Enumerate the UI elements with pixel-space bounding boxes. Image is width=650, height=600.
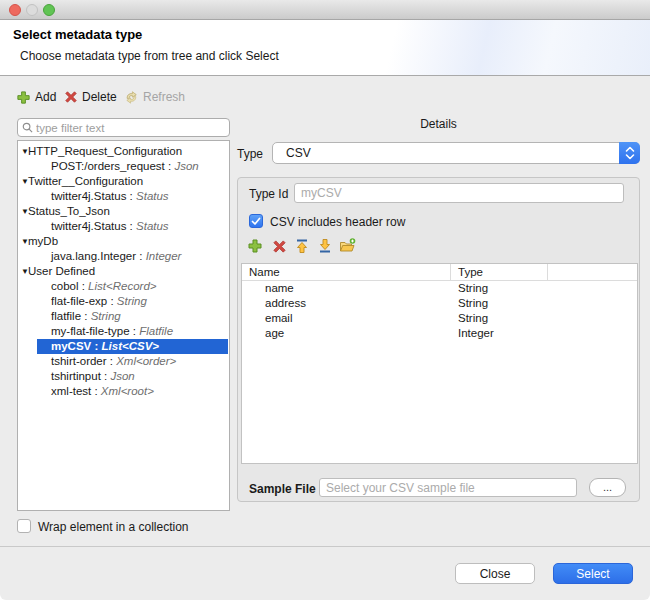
type-combobox-value: CSV — [273, 146, 311, 160]
csv-header-row-label: CSV includes header row — [270, 215, 405, 229]
delete-field-button[interactable] — [270, 237, 288, 255]
field-type-cell: String — [450, 311, 547, 326]
tree-item[interactable]: ▼my-flat-file-type : Flatfile — [18, 324, 229, 339]
tree-item[interactable]: ▼flatfile : String — [18, 309, 229, 324]
import-sample-button[interactable] — [338, 237, 356, 255]
column-header-name[interactable]: Name — [242, 266, 450, 278]
filter-field — [17, 118, 230, 137]
column-header-type[interactable]: Type — [450, 264, 547, 280]
select-metadata-dialog: Select metadata type Choose metadata typ… — [0, 0, 650, 600]
move-bottom-icon — [317, 238, 333, 254]
browse-button[interactable]: ... — [589, 478, 626, 497]
move-field-down-button[interactable] — [316, 237, 334, 255]
refresh-button-disabled[interactable]: Refresh — [124, 88, 185, 106]
fields-table-header: Name Type — [242, 264, 637, 281]
chevron-up-down-icon — [624, 145, 636, 161]
csv-header-row-checkbox[interactable] — [249, 214, 263, 228]
field-name-cell: address — [242, 296, 450, 311]
field-name-cell: email — [242, 311, 450, 326]
delete-button[interactable]: Delete — [64, 88, 117, 106]
delete-icon — [64, 90, 78, 104]
field-type-cell: String — [450, 281, 547, 296]
delete-icon — [272, 239, 287, 254]
add-field-button[interactable] — [246, 237, 264, 255]
metadata-tree[interactable]: ▼HTTP_Request_Configuration : ▼POST:/ord… — [17, 140, 230, 511]
close-button[interactable]: Close — [455, 563, 535, 584]
sample-file-input[interactable] — [319, 478, 577, 497]
wrap-collection-label: Wrap element in a collection — [38, 520, 189, 534]
tree-item[interactable]: ▼Status_To_Json : — [18, 204, 229, 219]
field-name-cell: age — [242, 326, 450, 341]
move-field-up-button[interactable] — [293, 237, 311, 255]
dialog-subtitle: Choose metadata type from tree and click… — [20, 49, 279, 63]
tree-item[interactable]: ▼POST:/orders_request : Json — [18, 159, 229, 174]
tree-item[interactable]: ▼java.lang.Integer : Integer — [18, 249, 229, 264]
refresh-button-label: Refresh — [143, 90, 185, 104]
tree-item[interactable]: ▼tshirt-order : Xml<order> — [18, 354, 229, 369]
table-row[interactable]: email String — [242, 311, 637, 326]
add-button-label: Add — [35, 90, 56, 104]
add-button[interactable]: Add — [16, 88, 56, 106]
table-row[interactable]: age Integer — [242, 326, 637, 341]
type-id-label: Type Id — [249, 187, 288, 201]
tree-item[interactable]: ▼flat-file-exp : String — [18, 294, 229, 309]
filter-input[interactable] — [36, 122, 225, 134]
move-top-icon — [294, 238, 310, 254]
refresh-icon — [124, 90, 139, 105]
tree-item[interactable]: ▼cobol : List<Record> — [18, 279, 229, 294]
tree-item[interactable]: ▼twitter4j.Status : Status — [18, 189, 229, 204]
type-id-input[interactable] — [294, 183, 624, 203]
disclosure-triangle-icon[interactable]: ▼ — [20, 204, 30, 219]
folder-plus-icon — [339, 238, 356, 254]
tree-item[interactable]: ▼Twitter__Configuration : — [18, 174, 229, 189]
type-combobox[interactable]: CSV — [272, 142, 640, 164]
csv-details-groupbox: Type Id CSV includes header row — [237, 177, 640, 502]
zoom-window-button[interactable] — [43, 4, 55, 16]
tree-item[interactable]: ▼HTTP_Request_Configuration : — [18, 144, 229, 159]
field-name-cell: name — [242, 281, 450, 296]
disclosure-triangle-icon[interactable]: ▼ — [20, 174, 30, 189]
dialog-title: Select metadata type — [13, 27, 142, 42]
select-button[interactable]: Select — [553, 563, 633, 584]
dialog-header: Select metadata type Choose metadata typ… — [0, 20, 650, 76]
add-icon — [247, 238, 263, 254]
fields-table-body: name String address String email String … — [242, 281, 637, 341]
tree-item[interactable]: ▼twitter4j.Status : Status — [18, 219, 229, 234]
details-title: Details — [237, 117, 640, 131]
table-row[interactable]: address String — [242, 296, 637, 311]
combobox-stepper[interactable] — [619, 142, 640, 164]
sample-file-label: Sample File — [249, 482, 316, 496]
wrap-collection-checkbox[interactable] — [17, 519, 31, 533]
delete-button-label: Delete — [82, 90, 117, 104]
tree-item[interactable]: ▼myDb : — [18, 234, 229, 249]
titlebar — [0, 0, 650, 20]
add-icon — [16, 90, 31, 105]
check-icon — [250, 215, 262, 227]
footer-separator — [0, 546, 650, 547]
tree-item[interactable]: ▼xml-test : Xml<root> — [18, 384, 229, 399]
search-icon — [22, 122, 33, 133]
tree-item[interactable]: ▼myCSV : List<CSV> — [18, 339, 229, 354]
fields-table: Name Type name String address String ema… — [241, 263, 638, 464]
field-type-cell: Integer — [450, 326, 547, 341]
type-label: Type — [237, 147, 263, 161]
field-type-cell: String — [450, 296, 547, 311]
disclosure-triangle-icon[interactable]: ▼ — [20, 234, 30, 249]
disclosure-triangle-icon[interactable]: ▼ — [20, 264, 30, 279]
disclosure-triangle-icon[interactable]: ▼ — [20, 144, 30, 159]
minimize-window-button[interactable] — [26, 4, 38, 16]
close-window-button[interactable] — [9, 4, 21, 16]
tree-item[interactable]: ▼tshirtinput : Json — [18, 369, 229, 384]
tree-item[interactable]: ▼User Defined : — [18, 264, 229, 279]
column-header-extra — [547, 264, 637, 280]
table-row[interactable]: name String — [242, 281, 637, 296]
